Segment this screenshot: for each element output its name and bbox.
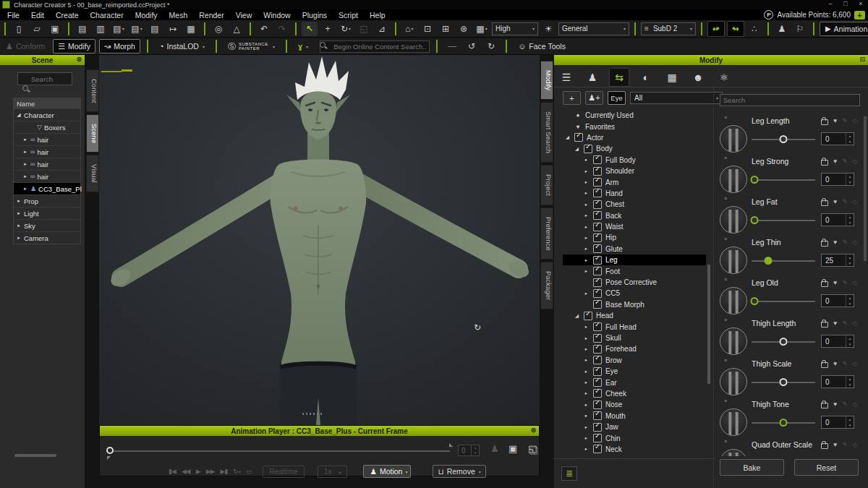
tab-pose[interactable]: ♟	[583, 69, 602, 86]
menu-script[interactable]: Script	[333, 11, 364, 20]
go-to-end-button[interactable]: ▶▮	[220, 468, 227, 475]
value-spinner[interactable]: ▲▼	[846, 335, 854, 347]
slider-value-input[interactable]: 0▲▼	[821, 132, 854, 145]
expand-arrow-icon[interactable]: ▸	[583, 380, 590, 385]
home-view-button[interactable]: ⌂▾	[401, 22, 417, 36]
scene-search-input[interactable]	[18, 74, 69, 84]
close-icon[interactable]: ⊗	[531, 426, 537, 434]
expand-arrow-icon[interactable]: ▸	[22, 137, 28, 142]
checkbox-checked[interactable]	[593, 256, 602, 265]
online-content-search-input[interactable]	[320, 40, 430, 53]
scene-tree-item-cc3-base-pl[interactable]: ▸♟CC3_Base_Pl	[14, 182, 80, 194]
slider-track[interactable]	[752, 301, 815, 302]
menu-plugins[interactable]: Plugins	[297, 11, 333, 20]
add-points-button[interactable]: +	[854, 11, 865, 20]
tab-spring[interactable]: ⚛	[715, 69, 733, 86]
value-spinner[interactable]: ▲▼	[846, 376, 854, 388]
checkbox-checked[interactable]	[593, 289, 602, 298]
lock-icon[interactable]	[821, 119, 828, 125]
morph-tree-item-leg[interactable]: ▸Leg	[563, 254, 706, 265]
checkbox-checked[interactable]	[593, 401, 602, 409]
import-goz-button[interactable]: ▤	[75, 22, 90, 36]
reset-icon[interactable]: ◇	[853, 239, 857, 246]
spinner-down-icon[interactable]: ▼	[848, 181, 851, 184]
spinner-down-icon[interactable]: ▼	[848, 343, 851, 346]
minimize-button[interactable]: –	[826, 0, 835, 7]
expand-arrow-icon[interactable]: ▸	[583, 224, 590, 230]
slider-track[interactable]	[752, 422, 815, 424]
spinner-down-icon[interactable]: ▼	[848, 262, 851, 265]
morph-tree-item-head[interactable]: ◢Head	[563, 310, 706, 321]
reset-button[interactable]: Reset	[794, 459, 859, 476]
bake-button[interactable]: Bake	[720, 459, 784, 476]
expand-arrow-icon[interactable]: ▸	[16, 235, 22, 241]
scene-tree-item-character[interactable]: ◢Character	[14, 108, 80, 121]
timeline-thumb[interactable]	[106, 447, 114, 454]
edit-icon[interactable]: ✎	[842, 239, 848, 246]
realtime-button[interactable]: Realtime	[263, 466, 304, 478]
redo-button[interactable]: ↷	[274, 22, 290, 36]
slider-value-input[interactable]: 0▲▼	[821, 416, 854, 429]
spinner-down-icon[interactable]: ▼	[848, 140, 851, 144]
slider-thumb[interactable]	[780, 338, 788, 346]
vertical-scrollbar[interactable]	[864, 116, 867, 261]
morph-tree-item-currently-used[interactable]: ●Currently Used	[563, 110, 706, 121]
scene-panel-header[interactable]: Scene ⊗	[0, 55, 85, 65]
frame-all-button[interactable]: ⊞	[438, 22, 454, 36]
online-content-button[interactable]: ◎	[210, 22, 226, 36]
expand-arrow-icon[interactable]: ▸	[583, 357, 590, 363]
edit-icon[interactable]: ✎	[842, 320, 848, 327]
spinner-down-icon[interactable]: ▼	[848, 221, 851, 225]
menu-file[interactable]: File	[0, 11, 25, 20]
morph-tree-item-chest[interactable]: ▸Chest	[563, 199, 706, 210]
morph-tree-item-hip[interactable]: ▸Hip	[563, 232, 706, 243]
edit-icon[interactable]: ✎	[842, 441, 848, 448]
morph-tree-item-shoulder[interactable]: ▸Shoulder	[563, 166, 706, 176]
expand-arrow-icon[interactable]: ▸	[583, 369, 590, 374]
morph-search-input[interactable]	[720, 94, 860, 106]
reset-icon[interactable]: ◇	[853, 401, 857, 408]
viewport-3d[interactable]	[99, 55, 540, 425]
value-spinner[interactable]: ▲▼	[846, 133, 854, 145]
spinner-up-icon[interactable]: ▲	[848, 175, 851, 179]
morph-tree-item-full-head[interactable]: ▸Full Head	[563, 321, 706, 332]
favorite-icon[interactable]: ♥	[833, 360, 837, 367]
checkbox-checked[interactable]	[593, 423, 602, 432]
close-button[interactable]: ×	[856, 0, 865, 7]
tab-modify[interactable]: Modify	[540, 61, 553, 100]
expand-arrow-icon[interactable]: ▸	[583, 257, 590, 263]
favorite-icon[interactable]: ♥	[833, 117, 837, 124]
expand-arrow-icon[interactable]: ▸	[583, 268, 590, 274]
expand-arrow-icon[interactable]: ◢	[574, 313, 580, 319]
checkbox-checked[interactable]	[593, 334, 602, 343]
new-project-button[interactable]: ▯	[11, 22, 27, 36]
checkbox-checked[interactable]	[593, 155, 602, 164]
menu-mesh[interactable]: Mesh	[163, 11, 194, 20]
close-icon[interactable]: ⊗	[77, 55, 82, 63]
edit-motion-layer-button[interactable]: ↬	[727, 21, 744, 37]
expand-arrow-icon[interactable]: ▸	[583, 446, 590, 452]
import-fbx-button[interactable]: ▤▾	[129, 22, 145, 36]
slider-value-input[interactable]: 0▲▼	[821, 335, 854, 348]
expand-arrow-icon[interactable]: ▸	[16, 198, 22, 204]
favorite-icon[interactable]: ♥	[833, 239, 837, 246]
add-actor-morph-button[interactable]: ♟+	[585, 91, 603, 105]
import-usd-button[interactable]: ▤	[147, 22, 163, 36]
flag-button[interactable]: ⚐	[792, 22, 808, 36]
lock-icon[interactable]	[821, 362, 828, 368]
lock-icon[interactable]	[821, 322, 828, 328]
expand-arrow-icon[interactable]: ▸	[583, 291, 590, 296]
import-ic-button[interactable]: ▥	[93, 22, 109, 36]
collect-clip-icon[interactable]: ♟	[490, 443, 499, 454]
scale-tool-button[interactable]: ◱	[356, 22, 372, 36]
morph-tree-item-body[interactable]: ◢Body	[563, 143, 706, 154]
add-morph-button[interactable]: +	[563, 91, 581, 105]
checkbox-checked[interactable]	[593, 345, 602, 354]
scene-tree-item-camera[interactable]: ▸Camera	[14, 231, 80, 244]
tab-content[interactable]: Content	[86, 69, 99, 112]
checkbox-checked[interactable]	[593, 200, 602, 209]
favorite-icon[interactable]: ♥	[833, 198, 837, 205]
morph-tree-item-full-body[interactable]: ▸Full Body	[563, 155, 706, 166]
scene-tree-item-sky[interactable]: ▸Sky	[14, 219, 80, 231]
rotate-left-icon[interactable]: ↺	[464, 39, 480, 53]
